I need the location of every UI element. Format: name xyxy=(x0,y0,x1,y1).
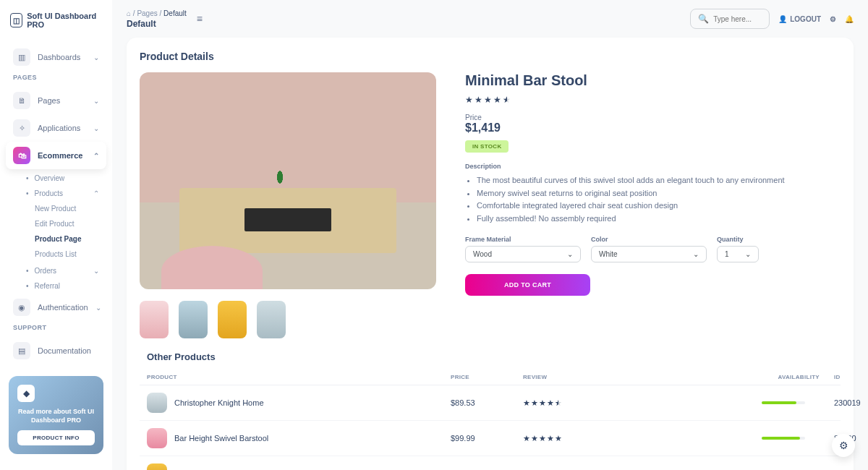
product-name: Minimal Bar Stool xyxy=(465,72,841,89)
home-icon[interactable]: ⌂ xyxy=(127,9,131,17)
row-name: Christopher Knight Home xyxy=(174,398,264,407)
promo-card: ◆ Read more about Soft UI Dashboard PRO … xyxy=(9,376,103,454)
brand-logo[interactable]: ◫ Soft UI Dashboard PRO xyxy=(6,7,106,33)
nav-overview[interactable]: Overview xyxy=(19,171,106,186)
main: ⌂ / Pages / Default Default ≡ 🔍 👤 LOGOUT… xyxy=(112,0,868,470)
desc-label: Description xyxy=(465,163,841,170)
user-icon: 👤 xyxy=(778,15,787,23)
chevron-down-icon: ⌄ xyxy=(93,124,99,132)
row-price: $89.53 xyxy=(451,398,523,407)
nav-new-product[interactable]: New Product xyxy=(27,201,106,216)
logout-button[interactable]: 👤 LOGOUT xyxy=(778,15,821,23)
search-box[interactable]: 🔍 xyxy=(690,9,770,29)
product-rating: ★★★★★ xyxy=(465,95,841,105)
page-title: Default xyxy=(127,19,187,29)
stock-badge: IN STOCK xyxy=(465,140,509,153)
qty-label: Quantity xyxy=(717,236,759,243)
table-row[interactable]: Signature Design by Ashley$129.00★★★★★41… xyxy=(140,456,841,470)
row-price: $99.99 xyxy=(451,434,523,443)
auth-icon: ◉ xyxy=(13,299,30,316)
menu-toggle-icon[interactable]: ≡ xyxy=(197,13,203,25)
card-title: Product Details xyxy=(140,51,841,62)
product-thumb-2[interactable] xyxy=(179,301,208,338)
row-thumb xyxy=(147,393,167,413)
qty-select[interactable]: 1⌄ xyxy=(717,246,759,262)
breadcrumb: ⌂ / Pages / Default xyxy=(127,9,187,17)
row-thumb xyxy=(147,428,167,448)
sidebar: ◫ Soft UI Dashboard PRO ▥ Dashboards ⌄ P… xyxy=(0,0,112,470)
topbar: ⌂ / Pages / Default Default ≡ 🔍 👤 LOGOUT… xyxy=(112,0,868,38)
frame-label: Frame Material xyxy=(465,236,581,243)
chevron-down-icon: ⌄ xyxy=(93,267,99,275)
nav-dashboards[interactable]: ▥ Dashboards ⌄ xyxy=(6,43,106,71)
product-thumb-4[interactable] xyxy=(257,301,286,338)
table-row[interactable]: Bar Height Swivel Barstool$99.99★★★★★871… xyxy=(140,421,841,456)
settings-fab[interactable]: ⚙ xyxy=(832,434,855,457)
nav-products-list[interactable]: Products List xyxy=(27,247,106,262)
color-select[interactable]: White⌄ xyxy=(591,246,707,262)
nav-pages[interactable]: 🗎 Pages ⌄ xyxy=(6,87,106,114)
brand-name: Soft UI Dashboard PRO xyxy=(27,12,102,29)
table-row[interactable]: Christopher Knight Home$89.53★★★★★230019 xyxy=(140,385,841,421)
other-products-title: Other Products xyxy=(147,351,841,362)
product-gallery xyxy=(140,72,436,338)
row-thumb xyxy=(147,463,167,470)
chevron-up-icon: ⌃ xyxy=(93,152,99,160)
promo-button[interactable]: PRODUCT INFO xyxy=(17,430,95,445)
search-icon: 🔍 xyxy=(698,14,709,24)
nav-heading-pages: PAGES xyxy=(6,71,106,84)
chevron-down-icon: ⌄ xyxy=(95,304,101,312)
bell-icon[interactable]: 🔔 xyxy=(845,15,854,23)
chevron-up-icon: ⌃ xyxy=(93,189,99,197)
add-to-cart-button[interactable]: ADD TO CART xyxy=(465,274,590,296)
row-rating: ★★★★★ xyxy=(523,434,689,443)
availability-bar xyxy=(762,437,805,440)
product-thumb-3[interactable] xyxy=(218,301,247,338)
nav-authentication[interactable]: ◉ Authentication ⌄ xyxy=(6,294,106,321)
row-name: Bar Height Swivel Barstool xyxy=(174,434,268,443)
product-main-image[interactable] xyxy=(140,72,436,289)
frame-select[interactable]: Wood⌄ xyxy=(465,246,581,262)
availability-bar xyxy=(762,401,805,404)
nav-edit-product[interactable]: Edit Product xyxy=(27,216,106,231)
chevron-down-icon: ⌄ xyxy=(745,250,751,258)
ecommerce-icon: 🛍 xyxy=(13,147,30,164)
price-value: $1,419 xyxy=(465,121,841,134)
gear-icon[interactable]: ⚙ xyxy=(830,15,836,23)
desc-list: The most beautiful curves of this swivel… xyxy=(465,174,841,224)
promo-text: Read more about Soft UI Dashboard PRO xyxy=(17,408,95,424)
chevron-down-icon: ⌄ xyxy=(567,250,573,258)
row-rating: ★★★★★ xyxy=(523,398,689,408)
chevron-down-icon: ⌄ xyxy=(693,250,699,258)
dashboard-icon: ▥ xyxy=(13,48,30,66)
product-card: Product Details Minimal Bar Stool ★★★★★ xyxy=(127,38,854,470)
pages-icon: 🗎 xyxy=(13,92,30,109)
nav-heading-support: SUPPORT xyxy=(6,321,106,334)
chevron-down-icon: ⌄ xyxy=(93,97,99,105)
doc-icon: ▤ xyxy=(13,342,30,359)
row-id: 230019 xyxy=(834,398,861,407)
product-thumb-1[interactable] xyxy=(140,301,169,338)
nav-product-page[interactable]: Product Page xyxy=(27,231,106,247)
gear-icon: ⚙ xyxy=(839,440,848,451)
nav-orders[interactable]: Orders⌄ xyxy=(19,263,106,278)
nav-ecommerce[interactable]: 🛍 Ecommerce ⌃ xyxy=(6,142,106,169)
table-header: PRODUCT PRICE REVIEW AVAILABILITY ID xyxy=(140,369,841,385)
nav-products[interactable]: Products⌃ xyxy=(19,186,106,201)
price-label: Price xyxy=(465,114,841,121)
diamond-icon: ◆ xyxy=(17,385,35,402)
nav-referral[interactable]: Referral xyxy=(19,278,106,294)
nav-documentation[interactable]: ▤ Documentation xyxy=(6,337,106,364)
search-input[interactable] xyxy=(713,15,762,23)
logo-icon: ◫ xyxy=(10,13,22,27)
apps-icon: ✧ xyxy=(13,119,30,137)
chevron-down-icon: ⌄ xyxy=(93,54,99,61)
nav-applications[interactable]: ✧ Applications ⌄ xyxy=(6,114,106,142)
color-label: Color xyxy=(591,236,707,243)
